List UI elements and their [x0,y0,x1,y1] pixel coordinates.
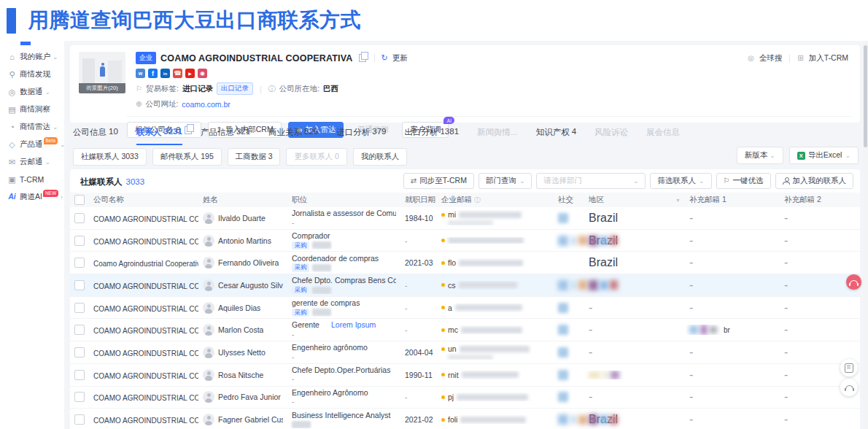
row-checkbox[interactable] [74,392,85,402]
website-icon[interactable]: w [136,69,145,78]
tab-出口分析[interactable]: 出口分析1381 [404,127,459,145]
chip-更多联系人[interactable]: 更多联系人 0 [286,148,346,166]
column-header-label: 姓名 [203,195,218,204]
tab-进口分析[interactable]: 进口分析379 [336,127,386,145]
blurred-social-icon [558,392,568,402]
contact-position: Engenheiro Agrônomo [292,388,396,398]
copy-icon[interactable] [359,54,366,62]
row-checkbox[interactable] [74,370,85,380]
app-frame: ⌂我的账户⌄⚲商情发现◎数据通⌄▤商情洞察◔商情雷达⌄◇产品通Beta⌄✉云邮通… [0,41,868,429]
tab-知识产权[interactable]: 知识产权4 [536,127,576,145]
contact-social-cell [554,303,584,313]
tab-公司信息[interactable]: 公司信息10 [73,127,118,145]
chip-我的联系人[interactable]: 我的联系人 [353,148,408,166]
contact-email-cell: cs [437,281,554,290]
select-all-checkbox[interactable] [74,195,85,205]
blurred-block [558,414,568,425]
table-row[interactable]: COAMO AGROINDUSTRIAL COOPERAT...Fagner G… [70,409,860,429]
sidebar-item-商情发现[interactable]: ⚲商情发现 [0,66,64,83]
blurred-email [462,371,519,378]
sync-label: 同步至T-CRM [419,176,467,186]
table-row[interactable]: COAMO AGROINDUSTRIAL COOPERAT...Aquiles … [70,297,860,320]
tab-展会信息[interactable]: 展会信息 [646,127,680,145]
contact-position-cell: Business Intelligence Analyst [287,411,400,428]
position-note-link[interactable]: Lorem Ipsum [331,320,376,329]
row-checkbox[interactable] [74,258,85,268]
table-row[interactable]: COAMO AGROINDUSTRIAL COOPERAT...Ulysses … [70,341,860,364]
dept-select[interactable]: 请选择部门 ⌄ [536,173,646,189]
chip-社媒联系人[interactable]: 社媒联系人 3033 [73,148,147,166]
table-row[interactable]: COAMO AGROINDUSTRIAL COOPERAT...Antonio … [70,230,860,252]
email-prefix: foli [448,415,457,424]
chip-工商数据[interactable]: 工商数据 3 [228,148,281,166]
website-link[interactable]: coamo.com.br [182,100,230,109]
blurred-block [602,371,609,379]
scrollbar-thumb[interactable] [864,45,867,147]
sidebar-item-商情洞察[interactable]: ▤商情洞察 [0,101,64,118]
row-checkbox[interactable] [74,303,85,313]
tab-新闻舆情...[interactable]: 新闻舆情... [477,127,518,145]
table-row[interactable]: COAMO AGROINDUSTRIAL COOPERAT...Marlon C… [70,319,860,341]
chip-邮件联系人[interactable]: 邮件联系人 195 [152,148,222,166]
chevron-down-icon: ⌄ [45,159,51,166]
phone-icon[interactable]: ☎ [173,69,182,78]
feedback-survey-button[interactable] [840,359,858,376]
customer-service-float-button[interactable] [846,274,861,290]
sidebar-item-我的账户[interactable]: ⌂我的账户⌄ [0,48,64,66]
sidebar-item-商情雷达[interactable]: ◔商情雷达⌄ [0,118,64,136]
row-checkbox[interactable] [74,236,85,246]
youtube-icon[interactable]: ▶ [185,69,195,78]
tab-count: 3231 [163,127,182,138]
refresh-link[interactable]: 更新 [392,53,408,63]
row-checkbox[interactable] [74,213,85,223]
sidebar-item-云邮通[interactable]: ✉云邮通⌄ [0,153,64,171]
filter-contacts-dropdown[interactable]: 筛选联系人 ⌄ [650,173,711,189]
support-headset-button[interactable] [840,379,858,396]
extra-email2: - [784,346,788,358]
avatar [203,279,214,291]
version-dropdown[interactable]: 新版本 ⌄ [737,147,783,164]
tab-联系人[interactable]: 联系人3231 [136,127,182,145]
sidebar-item-数据通[interactable]: ◎数据通⌄ [0,83,64,101]
table-row[interactable]: COAMO AGROINDUSTRIAL COOPERAT...Ilvaldo … [70,207,860,230]
row-checkbox[interactable] [74,325,85,335]
sync-tcrm-button[interactable]: ⇄ 同步至T-CRM [403,173,474,189]
contact-position-cell: GerenteLorem Ipsum- [287,320,400,339]
contact-position: Comprador [292,231,396,241]
tab-商业关系[interactable]: 商业关系826 [268,127,318,145]
row-checkbox[interactable] [74,280,85,290]
add-tcrm-link[interactable]: 加入T-CRM [809,53,848,63]
contact-company: COAMO AGROINDUSTRIAL COOPERAT... [93,394,198,402]
email-status-dot [441,328,445,332]
add-my-contacts-button[interactable]: 加入我的联系人 [775,173,854,189]
instagram-icon[interactable]: ◉ [198,69,207,78]
sidebar-item-腾道AI[interactable]: Ai腾道AINEW› [0,188,64,206]
one-click-select-button[interactable]: ⚐ 一键优选 [716,173,771,189]
tab-风险诉讼[interactable]: 风险诉讼 [594,127,628,145]
filter-funnel-icon[interactable]: ▼ [675,198,681,203]
sidebar-badge-new: NEW [43,190,58,196]
extra-email1: - [689,256,693,268]
table-row[interactable]: Coamo Agroindustrial CooperativaFernando… [70,252,860,274]
sidebar-item-label: 腾道AI [20,192,42,202]
dept-query-dropdown[interactable]: 部门查询 ⌄ [478,173,532,189]
search-icon: ⚲ [7,71,17,79]
global-search-link[interactable]: 全球搜 [759,53,783,63]
linkedin-icon[interactable]: in [160,69,170,78]
facebook-icon[interactable]: f [148,69,158,78]
table-row[interactable]: COAMO AGROINDUSTRIAL COOPERAT...Pedro Fa… [70,387,860,409]
export-record-tag[interactable]: 出口记录 [217,82,253,95]
contact-extra-email2-cell: - [780,234,859,247]
table-row[interactable]: COAMO AGROINDUSTRIAL COOPERAT...Rosa Nit… [70,364,860,387]
tab-产品信息[interactable]: 产品信息321 [201,127,250,145]
company-photo-thumbnail[interactable]: 街景图片(20) [79,52,125,93]
row-checkbox[interactable] [74,414,85,425]
table-row[interactable]: COAMO AGROINDUSTRIAL COOPERAT...Cesar Au… [70,274,860,297]
sidebar-item-产品通[interactable]: ◇产品通Beta⌄ [0,136,64,153]
avatar [203,257,214,268]
export-excel-button[interactable]: X 导出Excel ⌄ [789,147,859,164]
contact-position-sub: - [292,219,396,228]
sidebar-item-T-CRM[interactable]: ▣T-CRM [0,171,64,188]
contact-start-date: 2004-04 [405,348,433,357]
row-checkbox[interactable] [74,347,85,358]
